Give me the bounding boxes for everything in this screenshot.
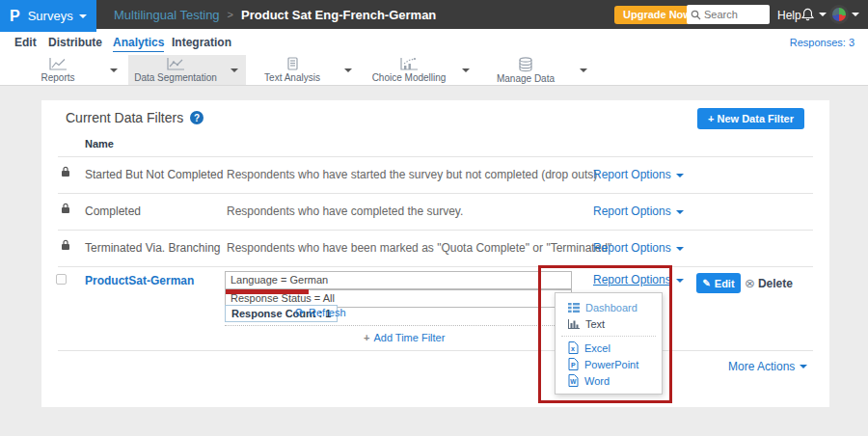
filter-name: Terminated Via. Branching (85, 241, 221, 255)
edit-button[interactable]: ✎ Edit (696, 273, 741, 293)
document-report-icon (283, 57, 302, 71)
chevron-down-icon (676, 210, 684, 214)
nav-item-edit[interactable]: Edit (14, 36, 37, 49)
tab-manage-data[interactable]: Manage Data (479, 55, 595, 85)
breadcrumb-current: Product Sat Eng-French-German (241, 8, 436, 22)
new-data-filter-button[interactable]: + New Data Filter (697, 108, 804, 129)
svg-text:W: W (570, 378, 577, 385)
menu-item-powerpoint[interactable]: P PowerPoint (568, 356, 638, 372)
filter-name: Started But Not Completed (85, 168, 223, 181)
app-window: Multilingual Testing > Product Sat Eng-F… (0, 0, 868, 436)
survey-section-nav: Edit Distribute Analytics Integration Re… (0, 29, 868, 55)
search-box[interactable] (687, 5, 770, 24)
account-menu[interactable] (829, 5, 859, 24)
svg-text:x: x (571, 345, 575, 352)
tab-data-segmentation[interactable]: Data Segmentation (128, 55, 246, 85)
chevron-down-icon (79, 14, 87, 18)
menu-item-word[interactable]: W Word (568, 372, 610, 389)
breadcrumb: Multilingual Testing > Product Sat Eng-F… (114, 0, 436, 29)
more-actions-link[interactable]: More Actions (728, 360, 807, 373)
report-options-link[interactable]: Report Options (593, 241, 684, 255)
scatter-chart-icon (165, 57, 186, 71)
avatar (829, 5, 849, 24)
responses-count[interactable]: Responses: 3 (790, 37, 854, 48)
filter-description: Respondents who have completed the surve… (227, 204, 463, 218)
dashboard-grid-icon (568, 303, 580, 313)
chevron-down-icon (676, 247, 684, 251)
help-link[interactable]: Help (777, 9, 801, 22)
nav-item-analytics[interactable]: Analytics (113, 36, 164, 52)
current-data-filters-panel: Current Data Filters ? + New Data Filter… (41, 100, 829, 407)
refresh-link[interactable]: ⟳ Refresh (295, 307, 346, 318)
pencil-icon: ✎ (702, 278, 710, 288)
add-time-filter-link[interactable]: +Add Time Filter (364, 332, 445, 343)
refresh-icon: ⟳ (295, 307, 305, 318)
word-file-icon: W (568, 374, 579, 387)
nav-item-integration[interactable]: Integration (172, 36, 231, 49)
breadcrumb-parent[interactable]: Multilingual Testing (114, 8, 220, 22)
svg-text:P: P (571, 362, 576, 368)
breadcrumb-separator: > (228, 9, 233, 20)
database-icon (517, 57, 534, 72)
menu-item-dashboard[interactable]: Dashboard (568, 299, 637, 315)
report-options-link-open[interactable]: Report Options (593, 273, 684, 286)
help-icon[interactable]: ? (190, 111, 203, 124)
chevron-down-icon (676, 279, 684, 283)
lock-icon (60, 238, 71, 251)
filter-description: Respondents who have started the survey … (227, 168, 597, 181)
brand-logo: P (10, 9, 20, 24)
delete-button[interactable]: ⊗ Delete (745, 276, 793, 290)
search-icon (691, 10, 701, 20)
column-header-name: Name (85, 138, 114, 150)
powerpoint-file-icon: P (568, 358, 579, 370)
chevron-down-icon (462, 68, 470, 72)
filter-name: Completed (85, 204, 141, 218)
filter-description: Respondents who have been marked as "Quo… (227, 241, 611, 255)
choice-chart-icon (398, 57, 420, 71)
bar-chart-icon (568, 319, 580, 329)
filter-checkbox[interactable] (56, 274, 67, 285)
row-divider (58, 266, 813, 267)
row-divider (58, 230, 813, 231)
tab-text-analysis[interactable]: Text Analysis (248, 55, 360, 85)
chevron-down-icon (580, 68, 587, 72)
page-title: Current Data Filters (66, 110, 183, 125)
product-switcher[interactable]: P Surveys (0, 0, 96, 32)
lock-icon (60, 165, 71, 177)
analytics-toolbar: Reports Data Segmentation Text (0, 55, 868, 86)
excel-file-icon: x (568, 341, 579, 354)
bell-icon (800, 7, 815, 22)
circle-x-icon: ⊗ (745, 276, 755, 290)
dotted-divider (225, 325, 572, 326)
menu-item-text[interactable]: Text (568, 315, 605, 332)
notifications-control[interactable] (800, 7, 827, 22)
chevron-down-icon (344, 68, 352, 72)
search-input[interactable] (704, 9, 762, 20)
app-menu-label: Surveys (28, 9, 73, 23)
report-options-link[interactable]: Report Options (593, 204, 684, 218)
report-options-menu: Dashboard Text x Excel (555, 292, 663, 395)
menu-divider (561, 336, 656, 337)
line-chart-icon (47, 57, 68, 71)
chevron-down-icon (110, 68, 118, 72)
chevron-down-icon (800, 365, 807, 368)
menu-item-excel[interactable]: x Excel (568, 340, 610, 356)
row-divider (58, 156, 813, 157)
lock-icon (60, 202, 71, 214)
red-underline-annotation (226, 289, 309, 294)
row-divider (58, 193, 813, 194)
chevron-down-icon (231, 68, 238, 72)
tab-choice-modelling[interactable]: Choice Modelling (364, 55, 477, 85)
filter-expression-input[interactable]: Language = German (225, 271, 572, 289)
chevron-down-icon (676, 174, 684, 177)
row-divider (58, 350, 813, 351)
nav-item-distribute[interactable]: Distribute (48, 36, 102, 49)
filter-name: ProductSat-German (85, 274, 194, 287)
report-options-link[interactable]: Report Options (593, 168, 684, 181)
top-navbar: Multilingual Testing > Product Sat Eng-F… (0, 0, 868, 29)
chevron-down-icon (852, 13, 859, 16)
chevron-down-icon (819, 13, 827, 16)
tab-reports[interactable]: Reports (14, 55, 125, 85)
